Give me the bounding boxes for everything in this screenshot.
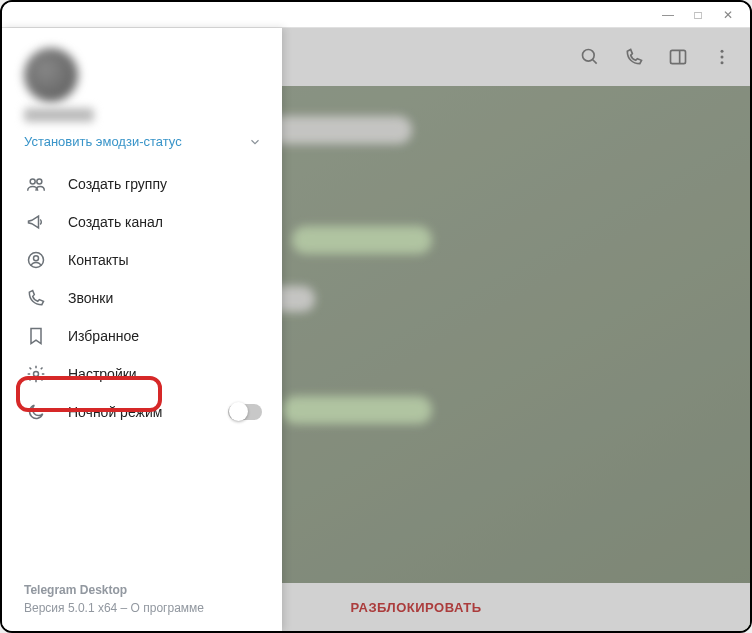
moon-icon — [26, 402, 46, 422]
titlebar: — □ ✕ — [2, 2, 750, 28]
menu-new-channel[interactable]: Создать канал — [2, 203, 282, 241]
svg-point-7 — [30, 179, 35, 184]
avatar[interactable] — [24, 48, 78, 102]
menu-label: Создать группу — [68, 176, 167, 192]
menu-night-mode[interactable]: Ночной режим — [2, 393, 282, 431]
menu-label: Звонки — [68, 290, 113, 306]
svg-point-10 — [34, 256, 39, 261]
menu-new-group[interactable]: Создать группу — [2, 165, 282, 203]
megaphone-icon — [26, 212, 46, 232]
app-version[interactable]: Версия 5.0.1 x64 – О программе — [24, 599, 260, 617]
bookmark-icon — [26, 326, 46, 346]
main-menu: Создать группу Создать канал Контакты Зв… — [2, 165, 282, 431]
menu-calls[interactable]: Звонки — [2, 279, 282, 317]
username — [24, 108, 94, 122]
menu-label: Избранное — [68, 328, 139, 344]
main-menu-sidebar: Установить эмодзи-статус Создать группу … — [2, 28, 282, 631]
gear-icon — [26, 364, 46, 384]
menu-contacts[interactable]: Контакты — [2, 241, 282, 279]
app-name: Telegram Desktop — [24, 581, 260, 599]
menu-label: Ночной режим — [68, 404, 162, 420]
menu-label: Контакты — [68, 252, 128, 268]
phone-icon — [26, 288, 46, 308]
maximize-button[interactable]: □ — [692, 9, 704, 21]
chevron-down-icon[interactable] — [248, 135, 262, 149]
close-button[interactable]: ✕ — [722, 9, 734, 21]
group-icon — [26, 174, 46, 194]
menu-label: Создать канал — [68, 214, 163, 230]
app-window: — □ ✕ Пн е их в ... .04.2024 цен, о... .… — [0, 0, 752, 633]
menu-settings[interactable]: Настройки — [2, 355, 282, 393]
emoji-status-link[interactable]: Установить эмодзи-статус — [24, 134, 182, 149]
menu-saved[interactable]: Избранное — [2, 317, 282, 355]
svg-point-8 — [37, 179, 42, 184]
menu-label: Настройки — [68, 366, 137, 382]
minimize-button[interactable]: — — [662, 9, 674, 21]
night-mode-toggle[interactable] — [228, 404, 262, 420]
svg-point-11 — [34, 372, 39, 377]
person-icon — [26, 250, 46, 270]
sidebar-footer: Telegram Desktop Версия 5.0.1 x64 – О пр… — [2, 581, 282, 631]
